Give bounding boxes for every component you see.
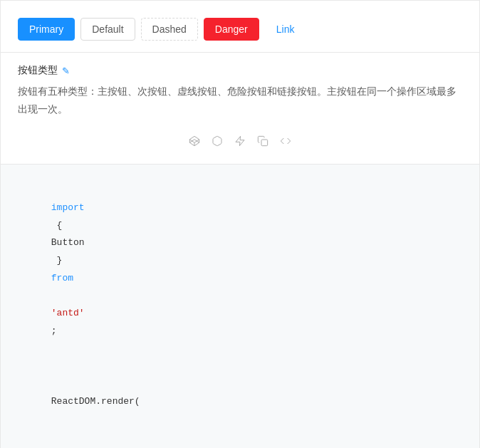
main-container: Primary Default Dashed Danger Link 按钮类型 … (0, 0, 480, 448)
desc-title: 按钮类型 ✎ (18, 64, 462, 77)
toolbar (18, 130, 462, 158)
default-button[interactable]: Default (80, 18, 135, 41)
svg-rect-5 (261, 140, 268, 146)
render-open: ReactDOM.render( (18, 375, 462, 428)
code-icon[interactable] (280, 135, 291, 150)
desc-area: 按钮类型 ✎ 按钮有五种类型：主按钮、次按钮、虚线按钮、危险按钮和链接按钮。主按… (1, 53, 479, 165)
codesandbox-icon[interactable] (212, 135, 223, 150)
dashed-button[interactable]: Dashed (141, 18, 198, 41)
code-area: import { Button } from 'antd' ; ReactDOM… (1, 165, 479, 448)
primary-button[interactable]: Primary (18, 18, 75, 41)
danger-button[interactable]: Danger (204, 18, 259, 41)
blank-line-1 (18, 358, 462, 375)
link-button[interactable]: Link (265, 18, 306, 41)
div-open: <div> (18, 428, 462, 448)
codepen-icon[interactable] (189, 135, 200, 150)
import-line: import { Button } from 'antd' ; (18, 182, 462, 358)
desc-text: 按钮有五种类型：主按钮、次按钮、虚线按钮、危险按钮和链接按钮。主按钮在同一个操作… (18, 83, 462, 118)
edit-icon[interactable]: ✎ (62, 66, 70, 76)
title-text: 按钮类型 (18, 64, 58, 77)
lightning-icon[interactable] (234, 135, 246, 150)
copy-icon[interactable] (257, 135, 268, 150)
button-row: Primary Default Dashed Danger Link (18, 18, 462, 41)
svg-marker-4 (236, 137, 244, 146)
demo-area: Primary Default Dashed Danger Link (1, 1, 479, 53)
